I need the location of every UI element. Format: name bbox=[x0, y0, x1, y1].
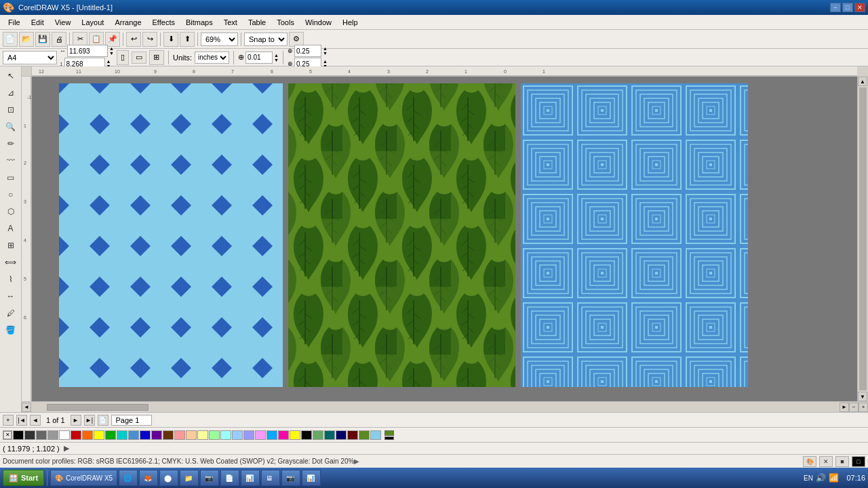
page-size-dropdown[interactable]: A4 bbox=[3, 51, 57, 64]
taskbar-coreldraw[interactable]: 🎨 CorelDRAW X5 bbox=[50, 470, 117, 486]
smart-drawing-tool[interactable]: 〰 bbox=[3, 152, 19, 169]
ellipse-tool[interactable]: ○ bbox=[3, 186, 19, 203]
shape-tool[interactable]: ⊿ bbox=[3, 85, 19, 101]
color-swatch-1[interactable] bbox=[174, 430, 185, 440]
zoom-tool[interactable]: 🔍 bbox=[3, 119, 19, 135]
menu-bitmaps[interactable]: Bitmaps bbox=[180, 17, 218, 28]
first-page-button[interactable]: |◄ bbox=[16, 415, 27, 426]
menu-window[interactable]: Window bbox=[300, 17, 337, 28]
open-button[interactable]: 📂 bbox=[19, 32, 34, 47]
add-page-button[interactable]: + bbox=[3, 415, 14, 426]
scroll-left-button[interactable]: ◄ bbox=[22, 403, 31, 412]
taskbar-explorer[interactable]: 📁 bbox=[180, 470, 199, 486]
swatch-k100[interactable] bbox=[301, 430, 312, 440]
page-name-button[interactable]: 📄 bbox=[98, 415, 108, 426]
units-dropdown[interactable]: inches mm cm bbox=[195, 52, 229, 64]
color-swatch-7[interactable] bbox=[243, 430, 254, 440]
swatch-teal[interactable] bbox=[324, 430, 335, 440]
undo-button[interactable]: ↩ bbox=[126, 32, 141, 47]
swatch-c100[interactable] bbox=[267, 430, 277, 440]
taskbar-chrome[interactable]: ⬤ bbox=[159, 470, 178, 486]
export-button[interactable]: ⬆ bbox=[180, 32, 195, 47]
page-options-button[interactable]: ⊞ bbox=[149, 50, 164, 65]
color-swatch-black[interactable] bbox=[13, 430, 24, 440]
rectangle-tool[interactable]: ▭ bbox=[3, 169, 19, 186]
taskbar-ie[interactable]: 🌐 bbox=[119, 470, 138, 486]
x-spinners[interactable]: ▲▼ bbox=[323, 46, 328, 56]
menu-view[interactable]: View bbox=[50, 17, 77, 28]
menu-help[interactable]: Help bbox=[337, 17, 363, 28]
taskbar-app2[interactable]: 📷 bbox=[281, 470, 300, 486]
fill-tool[interactable]: 🪣 bbox=[3, 322, 19, 338]
prev-page-button[interactable]: ◄ bbox=[30, 415, 41, 426]
outline-color-indicator[interactable] bbox=[384, 436, 394, 440]
scroll-down-button[interactable]: ▼ bbox=[858, 392, 867, 401]
vertical-scrollbar[interactable]: ▲ ▼ bbox=[857, 77, 868, 401]
menu-arrange[interactable]: Arrange bbox=[109, 17, 146, 28]
color-swatch-white[interactable] bbox=[59, 430, 70, 440]
swatch-skyblue[interactable] bbox=[370, 430, 381, 440]
scroll-thumb-h[interactable] bbox=[47, 404, 149, 411]
minimize-button[interactable]: − bbox=[830, 3, 841, 12]
taskbar-pdf[interactable]: 📄 bbox=[220, 470, 239, 486]
snap-dropdown[interactable]: Snap to bbox=[244, 33, 288, 46]
menu-edit[interactable]: Edit bbox=[26, 17, 50, 28]
zoom-in-button[interactable]: + bbox=[859, 403, 868, 412]
close-button[interactable]: ✕ bbox=[854, 3, 865, 12]
x-input[interactable] bbox=[294, 45, 321, 57]
horizontal-scrollbar[interactable]: ◄ ► − + bbox=[22, 401, 868, 412]
width-input[interactable] bbox=[67, 45, 108, 57]
color-swatch-brown[interactable] bbox=[163, 430, 174, 440]
taskbar-photo[interactable]: 📷 bbox=[200, 470, 219, 486]
menu-layout[interactable]: Layout bbox=[76, 17, 109, 28]
color-swatch-orange[interactable] bbox=[82, 430, 93, 440]
speaker-icon[interactable]: 🔊 bbox=[816, 473, 826, 483]
no-color-swatch[interactable]: ✕ bbox=[3, 430, 12, 440]
drawing-canvas[interactable] bbox=[32, 77, 857, 401]
scroll-up-button[interactable]: ▲ bbox=[858, 77, 867, 86]
crop-tool[interactable]: ⊡ bbox=[3, 102, 19, 118]
taskbar-ff[interactable]: 🦊 bbox=[139, 470, 158, 486]
blend-tool[interactable]: ↔ bbox=[3, 288, 19, 304]
select-tool[interactable]: ↖ bbox=[3, 68, 19, 84]
swatch-lightgreen[interactable] bbox=[359, 430, 370, 440]
last-page-button[interactable]: ►| bbox=[84, 415, 95, 426]
menu-effects[interactable]: Effects bbox=[147, 17, 180, 28]
portrait-button[interactable]: ▯ bbox=[117, 50, 129, 65]
taskbar-app1[interactable]: 🖥 bbox=[261, 470, 280, 486]
swatch-olive[interactable] bbox=[313, 430, 323, 440]
dimension-tool[interactable]: ⟺ bbox=[3, 254, 19, 270]
scroll-thumb-v[interactable] bbox=[859, 87, 867, 390]
maximize-button[interactable]: □ bbox=[842, 3, 853, 12]
width-up[interactable]: ▲ bbox=[109, 46, 114, 51]
swatch-y100[interactable] bbox=[290, 430, 300, 440]
menu-text[interactable]: Text bbox=[218, 17, 243, 28]
fill-color-indicator[interactable] bbox=[384, 430, 394, 436]
color-swatch-cyan[interactable] bbox=[117, 430, 127, 440]
color-swatch-blue[interactable] bbox=[128, 430, 139, 440]
color-swatch-purple[interactable] bbox=[151, 430, 162, 440]
new-button[interactable]: 📄 bbox=[3, 32, 18, 47]
color-swatch-gray[interactable] bbox=[36, 430, 47, 440]
color-swatch-lightgray[interactable] bbox=[47, 430, 58, 440]
color-swatch-2[interactable] bbox=[186, 430, 197, 440]
close-info-button[interactable]: ✕ bbox=[819, 456, 833, 467]
connector-tool[interactable]: ⌇ bbox=[3, 271, 19, 287]
color-swatch-8[interactable] bbox=[255, 430, 266, 440]
table-tool[interactable]: ⊞ bbox=[3, 237, 19, 253]
text-tool[interactable]: A bbox=[3, 220, 19, 237]
freehand-tool[interactable]: ✏ bbox=[3, 136, 19, 152]
swatch-navy[interactable] bbox=[336, 430, 347, 440]
doc-info-more[interactable]: ▶ bbox=[354, 458, 359, 465]
network-icon[interactable]: 📶 bbox=[829, 473, 839, 483]
outline-indicator[interactable]: □ bbox=[852, 456, 865, 467]
nudge-input[interactable] bbox=[245, 52, 273, 64]
color-swatch-darkgray[interactable] bbox=[24, 430, 35, 440]
swatch-maroon[interactable] bbox=[347, 430, 358, 440]
swatch-m100[interactable] bbox=[278, 430, 289, 440]
nudge-spinners[interactable]: ▲▼ bbox=[274, 53, 279, 62]
fill-indicator[interactable]: ■ bbox=[835, 456, 849, 467]
width-down[interactable]: ▼ bbox=[109, 51, 114, 56]
import-button[interactable]: ⬇ bbox=[163, 32, 178, 47]
color-swatch-red[interactable] bbox=[71, 430, 81, 440]
